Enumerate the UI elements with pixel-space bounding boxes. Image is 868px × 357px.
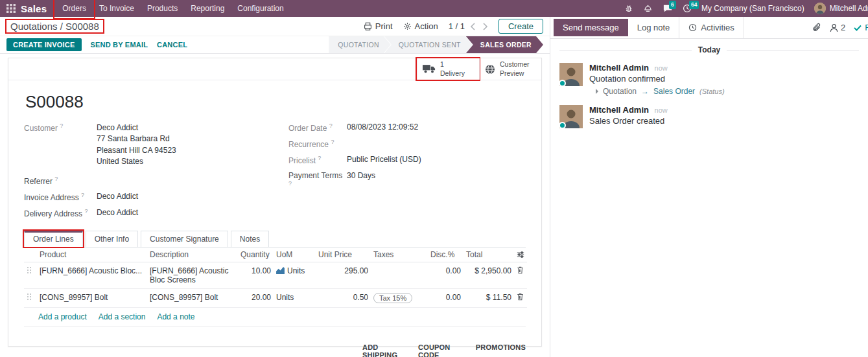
chatter-message: Mitchell Admin now Sales Order created bbox=[550, 100, 868, 133]
col-product[interactable]: Product bbox=[37, 248, 147, 262]
cell-uom[interactable]: Units bbox=[274, 262, 316, 288]
cell-product[interactable]: [CONS_89957] Bolt bbox=[37, 288, 147, 307]
field-order-date: Order Date ? 08/08/2023 12:09:52 bbox=[288, 122, 526, 133]
activities-clock-icon[interactable]: 64 bbox=[683, 4, 692, 13]
announcement-icon[interactable] bbox=[643, 4, 653, 13]
payment-terms-value[interactable]: 30 Days bbox=[347, 171, 375, 190]
user-menu[interactable]: Mitchell Admin (odoo16_ent_demo) bbox=[814, 3, 868, 14]
message-author[interactable]: Mitchell Admin bbox=[589, 105, 649, 115]
step-quotation[interactable]: QUOTATION bbox=[329, 36, 391, 53]
menu-to-invoice[interactable]: To Invoice bbox=[93, 0, 141, 17]
paperclip-icon[interactable] bbox=[812, 23, 821, 32]
create-button[interactable]: Create bbox=[499, 19, 543, 34]
invoice-address-value[interactable]: Deco Addict bbox=[97, 192, 138, 202]
messages-icon[interactable]: 6 bbox=[663, 4, 673, 13]
promotions-button[interactable]: PROMOTIONS bbox=[476, 343, 526, 357]
field-delivery-address: Delivery Address ? Deco Addict bbox=[24, 208, 265, 218]
col-unit-price[interactable]: Unit Price bbox=[316, 248, 371, 262]
company-switcher[interactable]: My Company (San Francisco) bbox=[701, 4, 804, 13]
col-disc[interactable]: Disc.% bbox=[428, 248, 463, 262]
add-note-link[interactable]: Add a note bbox=[157, 312, 194, 321]
apps-grid-icon[interactable] bbox=[6, 4, 16, 13]
cell-disc[interactable]: 0.00 bbox=[428, 262, 463, 288]
tab-customer-signature[interactable]: Customer Signature bbox=[141, 231, 228, 247]
cell-quantity[interactable]: 20.00 bbox=[238, 288, 274, 307]
table-row[interactable]: [CONS_89957] Bolt [CONS_89957] Bolt 20.0… bbox=[24, 288, 527, 307]
avatar bbox=[559, 105, 583, 128]
add-shipping-button[interactable]: ADD SHIPPING bbox=[362, 343, 405, 357]
field-recurrence: Recurrence ? bbox=[288, 139, 526, 149]
coupon-code-button[interactable]: COUPON CODE bbox=[418, 343, 463, 357]
delivery-smart-button[interactable]: 1 Delivery bbox=[417, 58, 479, 80]
cell-product[interactable]: [FURN_6666] Acoustic Bloc... bbox=[37, 262, 147, 288]
tracking-field-name: (Status) bbox=[699, 87, 725, 95]
cell-taxes[interactable]: Tax 15% bbox=[371, 288, 428, 307]
cell-unit-price[interactable]: 0.50 bbox=[316, 288, 371, 307]
pager-previous-icon[interactable] bbox=[470, 23, 476, 30]
message-author[interactable]: Mitchell Admin bbox=[589, 63, 649, 73]
customer-preview-smart-button[interactable]: Customer Preview bbox=[479, 58, 541, 80]
drag-handle-icon[interactable] bbox=[24, 262, 37, 288]
cell-description[interactable]: [CONS_89957] Bolt bbox=[147, 288, 238, 307]
field-payment-terms: Payment Terms ? 30 Days bbox=[288, 171, 526, 190]
forecast-chart-icon[interactable] bbox=[276, 267, 285, 274]
cell-unit-price[interactable]: 295.00 bbox=[316, 262, 371, 288]
statusbar: CREATE INVOICE SEND BY EMAIL CANCEL QUOT… bbox=[0, 36, 550, 54]
order-date-value[interactable]: 08/08/2023 12:09:52 bbox=[347, 122, 418, 133]
drag-handle-icon[interactable] bbox=[24, 288, 37, 307]
step-quotation-sent[interactable]: QUOTATION SENT bbox=[384, 36, 473, 53]
online-status-dot bbox=[559, 80, 566, 87]
activities-button[interactable]: Activities bbox=[679, 17, 744, 38]
table-row[interactable]: [FURN_6666] Acoustic Bloc... [FURN_6666]… bbox=[24, 262, 527, 288]
menu-reporting[interactable]: Reporting bbox=[184, 0, 231, 17]
col-quantity[interactable]: Quantity bbox=[238, 248, 274, 262]
add-section-link[interactable]: Add a section bbox=[99, 312, 146, 321]
delivery-address-value[interactable]: Deco Addict bbox=[97, 208, 138, 218]
chatter-message: Mitchell Admin now Quotation confirmed Q… bbox=[550, 58, 868, 100]
check-icon bbox=[854, 25, 862, 31]
col-total[interactable]: Total bbox=[463, 248, 514, 262]
breadcrumb-current: S00088 bbox=[65, 21, 99, 32]
field-referrer: Referrer ? bbox=[24, 176, 265, 186]
log-note-button[interactable]: Log note bbox=[628, 17, 679, 38]
cell-uom[interactable]: Units bbox=[274, 288, 316, 307]
col-taxes[interactable]: Taxes bbox=[371, 248, 428, 262]
followers-button[interactable]: 2 bbox=[830, 23, 845, 32]
step-sales-order[interactable]: SALES ORDER bbox=[466, 36, 543, 53]
tracking-new-value[interactable]: Sales Order bbox=[653, 87, 695, 96]
cancel-button[interactable]: CANCEL bbox=[157, 41, 187, 49]
tax-badge[interactable]: Tax 15% bbox=[373, 293, 412, 303]
print-button[interactable]: Print bbox=[364, 21, 393, 31]
menu-configuration[interactable]: Configuration bbox=[231, 0, 290, 17]
optional-columns-icon[interactable] bbox=[514, 248, 527, 262]
delete-row-icon[interactable] bbox=[514, 288, 527, 307]
col-uom[interactable]: UoM bbox=[274, 248, 316, 262]
fields-left-column: Customer ? Deco Addict 77 Santa Barbara … bbox=[24, 122, 265, 224]
menu-orders[interactable]: Orders bbox=[56, 0, 93, 17]
breadcrumb-quotations[interactable]: Quotations bbox=[10, 21, 58, 32]
action-button[interactable]: Action bbox=[403, 21, 438, 31]
add-product-link[interactable]: Add a product bbox=[38, 312, 87, 321]
following-button[interactable]: Following bbox=[854, 23, 868, 32]
cell-quantity[interactable]: 10.00 bbox=[238, 262, 274, 288]
pager: 1 / 1 bbox=[449, 21, 488, 31]
menu-products[interactable]: Products bbox=[141, 0, 184, 17]
tab-notes[interactable]: Notes bbox=[231, 231, 269, 247]
pager-next-icon[interactable] bbox=[482, 23, 488, 30]
customer-value[interactable]: Deco Addict bbox=[97, 122, 176, 133]
cell-description[interactable]: [FURN_6666] Acoustic Bloc Screens bbox=[147, 262, 238, 288]
col-description[interactable]: Description bbox=[147, 248, 238, 262]
create-invoice-button[interactable]: CREATE INVOICE bbox=[6, 38, 82, 51]
send-by-email-button[interactable]: SEND BY EMAIL bbox=[91, 41, 148, 49]
pricelist-value[interactable]: Public Pricelist (USD) bbox=[347, 155, 421, 165]
tab-order-lines[interactable]: Order Lines bbox=[24, 231, 83, 247]
delete-row-icon[interactable] bbox=[514, 262, 527, 288]
date-divider-label: Today bbox=[698, 45, 720, 54]
cell-disc[interactable]: 0.00 bbox=[428, 288, 463, 307]
send-message-button[interactable]: Send message bbox=[554, 19, 628, 36]
app-name[interactable]: Sales bbox=[21, 3, 47, 14]
tab-other-info[interactable]: Other Info bbox=[86, 231, 138, 247]
print-label: Print bbox=[375, 21, 393, 31]
cell-taxes[interactable] bbox=[371, 262, 428, 288]
debug-bug-icon[interactable] bbox=[624, 4, 633, 13]
